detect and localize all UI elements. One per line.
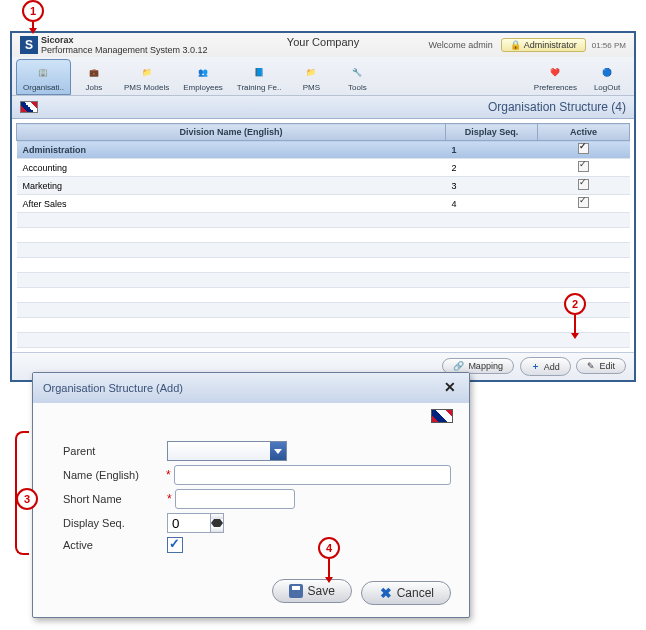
toolbar-label: Jobs xyxy=(85,83,102,92)
callout-3-num: 3 xyxy=(24,493,30,505)
division-table: Division Name (English) Display Seq. Act… xyxy=(16,123,630,348)
save-icon xyxy=(289,584,303,598)
col-division-name[interactable]: Division Name (English) xyxy=(17,124,446,141)
label-name: Name (English) xyxy=(63,469,166,481)
toolbar-employees[interactable]: 👥Employees xyxy=(176,59,230,95)
table-row[interactable]: Marketing3 xyxy=(17,177,630,195)
plus-icon: ＋ xyxy=(531,360,540,373)
table-row-empty xyxy=(17,243,630,258)
toolbar-logout[interactable]: 🔵LogOut xyxy=(584,59,630,95)
table-row[interactable]: Administration1 xyxy=(17,141,630,159)
callout-1-num: 1 xyxy=(30,5,36,17)
label-short: Short Name xyxy=(63,493,167,505)
toolbar-organisation[interactable]: 🏢Organisati.. xyxy=(16,59,71,95)
label-parent: Parent xyxy=(63,445,167,457)
callout-4-num: 4 xyxy=(326,542,332,554)
table-row-empty xyxy=(17,258,630,273)
table-row-empty xyxy=(17,303,630,318)
callout-1: 1 xyxy=(22,0,44,34)
parent-select[interactable] xyxy=(167,441,287,461)
toolbar-pms[interactable]: 📁PMS xyxy=(288,59,334,95)
button-label: Mapping xyxy=(468,361,503,371)
toolbar-label: Training Fe.. xyxy=(237,83,282,92)
toolbar-jobs[interactable]: 💼Jobs xyxy=(71,59,117,95)
heart-icon: ❤️ xyxy=(545,62,565,82)
col-display-seq[interactable]: Display Seq. xyxy=(446,124,538,141)
table-row-empty xyxy=(17,288,630,303)
callout-3: 3 xyxy=(16,488,38,510)
col-active[interactable]: Active xyxy=(538,124,630,141)
cell-seq: 1 xyxy=(446,141,538,159)
cell-name: Accounting xyxy=(17,159,446,177)
label-seq: Display Seq. xyxy=(63,517,167,529)
cell-name: Administration xyxy=(17,141,446,159)
pane-header: Organisation Structure (4) xyxy=(12,96,634,119)
toolbar: 🏢Organisati.. 💼Jobs 📁PMS Models 👥Employe… xyxy=(12,57,634,96)
toolbar-preferences[interactable]: ❤️Preferences xyxy=(527,59,584,95)
toolbar-label: PMS Models xyxy=(124,83,169,92)
toolbar-pms-models[interactable]: 📁PMS Models xyxy=(117,59,176,95)
company-name: Your Company xyxy=(12,36,634,48)
seq-field[interactable] xyxy=(167,513,211,533)
active-checkbox[interactable] xyxy=(578,143,589,154)
toolbar-training[interactable]: 📘Training Fe.. xyxy=(230,59,289,95)
close-icon[interactable]: ✕ xyxy=(441,379,459,397)
add-button[interactable]: ＋Add xyxy=(520,357,571,376)
toolbar-label: Employees xyxy=(183,83,223,92)
pencil-icon: ✎ xyxy=(587,361,595,371)
people-icon: 👥 xyxy=(193,62,213,82)
table-row[interactable]: After Sales4 xyxy=(17,195,630,213)
toolbar-label: LogOut xyxy=(594,83,620,92)
wrench-icon: 🔧 xyxy=(347,62,367,82)
toolbar-label: PMS xyxy=(303,83,320,92)
dialog-form: Parent Name (English) * Short Name * Dis… xyxy=(33,427,469,571)
dialog-title: Organisation Structure (Add) xyxy=(43,382,441,394)
cancel-button[interactable]: ✖Cancel xyxy=(361,581,451,605)
folder-icon: 📁 xyxy=(137,62,157,82)
briefcase-icon: 💼 xyxy=(84,62,104,82)
table-row-empty xyxy=(17,333,630,348)
active-checkbox[interactable] xyxy=(578,161,589,172)
table-row-empty xyxy=(17,318,630,333)
spin-down-icon[interactable] xyxy=(211,523,223,532)
table-row-empty xyxy=(17,213,630,228)
label-active: Active xyxy=(63,539,167,551)
button-label: Cancel xyxy=(397,586,434,600)
edit-button[interactable]: ✎Edit xyxy=(576,358,626,374)
folder-icon: 📁 xyxy=(301,62,321,82)
uk-flag-icon[interactable] xyxy=(20,101,38,113)
toolbar-tools[interactable]: 🔧Tools xyxy=(334,59,380,95)
grid-wrap: Division Name (English) Display Seq. Act… xyxy=(12,119,634,352)
dialog-button-bar: Save ✖Cancel xyxy=(33,571,469,617)
callout-4: 4 xyxy=(318,537,340,583)
shortname-field[interactable] xyxy=(175,489,295,509)
button-label: Edit xyxy=(599,361,615,371)
cell-seq: 2 xyxy=(446,159,538,177)
uk-flag-icon[interactable] xyxy=(431,409,453,423)
required-icon: * xyxy=(167,492,172,506)
cell-seq: 4 xyxy=(446,195,538,213)
table-row[interactable]: Accounting2 xyxy=(17,159,630,177)
active-checkbox[interactable] xyxy=(578,179,589,190)
cell-name: Marketing xyxy=(17,177,446,195)
toolbar-label: Tools xyxy=(348,83,367,92)
toolbar-label: Preferences xyxy=(534,83,577,92)
callout-2: 2 xyxy=(564,293,586,339)
dialog-title-bar: Organisation Structure (Add) ✕ xyxy=(33,373,469,403)
spin-up-icon[interactable] xyxy=(211,514,223,523)
cell-name: After Sales xyxy=(17,195,446,213)
book-icon: 📘 xyxy=(249,62,269,82)
active-checkbox[interactable] xyxy=(578,197,589,208)
title-bar: S Sicorax Performance Management System … xyxy=(12,33,634,57)
name-field[interactable] xyxy=(174,465,451,485)
cancel-icon: ✖ xyxy=(378,586,392,600)
main-window: S Sicorax Performance Management System … xyxy=(10,31,636,382)
logout-icon: 🔵 xyxy=(597,62,617,82)
table-row-empty xyxy=(17,273,630,288)
mapping-icon: 🔗 xyxy=(453,361,464,371)
display-seq-spinner[interactable] xyxy=(167,513,224,533)
toolbar-label: Organisati.. xyxy=(23,83,64,92)
add-dialog: Organisation Structure (Add) ✕ Parent Na… xyxy=(32,372,470,618)
active-checkbox[interactable] xyxy=(167,537,183,553)
cell-seq: 3 xyxy=(446,177,538,195)
